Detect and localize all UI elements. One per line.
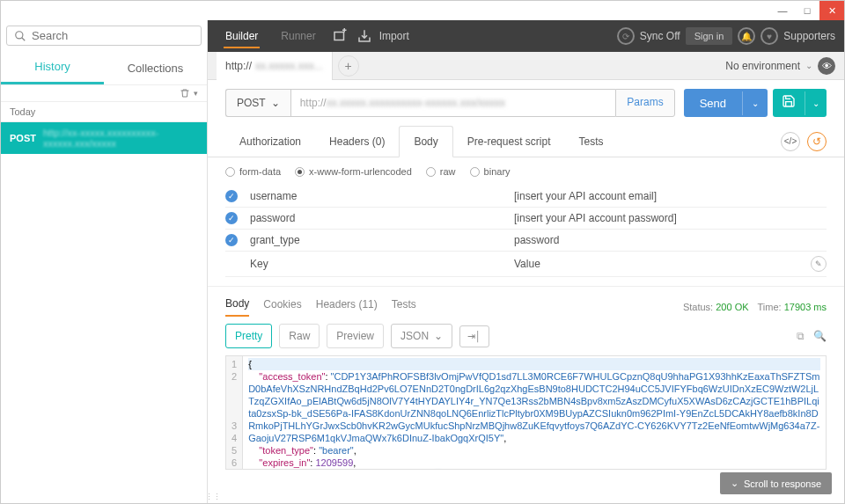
history-toolbar: ▾ [1,84,207,102]
svg-point-0 [16,31,23,38]
response-body[interactable]: 123456789 { "access_token": "CDP1Y3AfPhR… [225,355,827,470]
form-value-placeholder[interactable]: Value [514,258,811,270]
send-dropdown[interactable]: ⌄ [742,91,768,115]
view-pretty[interactable]: Pretty [225,324,272,348]
new-window-icon [332,28,348,44]
resize-grip[interactable]: ⋮⋮ [205,494,221,500]
params-button[interactable]: Params [615,89,674,117]
request-sub-tabs: Authorization Headers (0) Body Pre-reque… [208,126,844,157]
import-button[interactable] [355,26,374,46]
minimize-button[interactable]: — [770,1,795,20]
copy-icon[interactable]: ⧉ [797,330,805,342]
form-row-empty[interactable]: Key Value ✎ [225,252,827,277]
form-key[interactable]: grant_type [250,234,514,246]
response-status: Status: 200 OK Time: 17903 ms [683,302,827,312]
runner-tab[interactable]: Runner [272,20,324,52]
app-toolbar: Builder Runner Import ⟳ Sync Off Sign in… [208,20,844,52]
tab-authorization[interactable]: Authorization [225,127,315,157]
request-tab-prefix: http:// [225,60,252,72]
environment-label: No environment [725,60,800,72]
request-tab-rest: xx.xxxxx.xxx... [252,60,323,72]
form-value[interactable]: [insert your API account email] [514,190,827,202]
edit-icon[interactable]: ✎ [811,256,827,272]
tab-body[interactable]: Body [399,126,452,157]
search-input[interactable] [32,29,194,42]
signin-button[interactable]: Sign in [686,27,733,45]
radio-raw[interactable]: raw [426,166,456,177]
row-checkbox[interactable]: ✓ [225,212,238,224]
tab-tests[interactable]: Tests [564,127,617,157]
search-box[interactable] [6,26,202,46]
method-selector[interactable]: POST ⌄ [225,89,290,117]
form-value[interactable]: password [514,234,827,246]
history-url: http://xx-xxxxx.xxxxxxxxxx-xxxxxx.xxx/xx… [43,128,198,149]
svg-rect-2 [334,33,344,40]
format-selector[interactable]: JSON⌄ [391,324,452,348]
window-title-bar: — □ ✕ [1,1,844,20]
form-params: ✓ username [insert your API account emai… [208,186,844,277]
chevron-down-icon: ⌄ [434,330,443,342]
radio-urlencoded[interactable]: x-www-form-urlencoded [295,166,412,177]
send-label: Send [684,90,742,117]
save-button[interactable]: ⌄ [773,89,827,117]
form-row[interactable]: ✓ username [insert your API account emai… [225,186,827,208]
url-value: xx.xxxxx.xxxxxxxxxx-xxxxxx.xxx/xxxxx [327,97,505,109]
response-tabs: Body Cookies Headers (11) Tests Status: … [208,286,844,317]
form-row[interactable]: ✓ grant_type password [225,230,827,252]
search-response-icon[interactable]: 🔍 [813,330,827,342]
notifications-icon[interactable]: 🔔 [738,27,755,45]
heart-icon[interactable]: ♥ [760,27,778,45]
send-button[interactable]: Send ⌄ [684,89,768,117]
reset-button[interactable]: ↺ [807,132,827,151]
environment-selector[interactable]: No environment ⌄ 👁 [725,57,835,75]
sidebar: History Collections ▾ Today POST http://… [1,20,208,503]
row-checkbox[interactable] [225,258,238,270]
sync-icon[interactable]: ⟳ [617,27,635,45]
resp-tab-cookies[interactable]: Cookies [263,298,301,316]
import-icon [356,28,372,44]
method-label: POST [237,97,266,109]
form-key-placeholder[interactable]: Key [250,258,514,270]
search-icon [14,30,26,42]
view-raw[interactable]: Raw [279,324,320,348]
add-tab-button[interactable]: + [338,55,359,77]
chevron-down-icon: ⌄ [805,61,812,70]
eye-icon[interactable]: 👁 [818,57,835,75]
resp-tab-headers[interactable]: Headers (11) [316,298,378,316]
tab-prerequest[interactable]: Pre-request script [453,127,565,157]
history-date-label: Today [1,102,207,122]
view-preview[interactable]: Preview [327,324,384,348]
resp-tab-tests[interactable]: Tests [392,298,416,316]
tab-history[interactable]: History [1,51,104,84]
chevron-down-icon[interactable]: ▾ [194,89,198,98]
scroll-to-response-button[interactable]: ⌄ Scroll to response [720,472,832,494]
history-item[interactable]: POST http://xx-xxxxx.xxxxxxxxxx-xxxxxx.x… [1,122,207,154]
tab-collections[interactable]: Collections [104,51,207,84]
save-dropdown[interactable]: ⌄ [805,91,827,115]
maximize-button[interactable]: □ [795,1,819,20]
radio-formdata[interactable]: form-data [225,166,281,177]
form-key[interactable]: password [250,212,514,224]
save-icon [773,89,805,117]
sync-label: Sync Off [640,30,680,42]
body-type-options: form-data x-www-form-urlencoded raw bina… [208,157,844,186]
history-method: POST [10,133,36,143]
form-row[interactable]: ✓ password [insert your API account pass… [225,208,827,230]
new-window-button[interactable] [330,26,349,46]
resp-tab-body[interactable]: Body [225,297,249,317]
row-checkbox[interactable]: ✓ [225,234,238,246]
trash-icon[interactable] [180,88,190,99]
row-checkbox[interactable]: ✓ [225,190,238,202]
generate-code-button[interactable]: </> [781,132,800,151]
form-key[interactable]: username [250,190,514,202]
radio-binary[interactable]: binary [470,166,511,177]
form-value[interactable]: [insert your API account password] [514,212,827,224]
close-button[interactable]: ✕ [819,1,844,20]
svg-line-1 [22,37,26,40]
request-tab[interactable]: http://xx.xxxxx.xxx... [217,52,333,80]
url-input[interactable]: http://xx.xxxxx.xxxxxxxxxx-xxxxxx.xxx/xx… [290,89,616,117]
tab-headers[interactable]: Headers (0) [315,127,399,157]
builder-tab[interactable]: Builder [217,20,267,52]
code-content[interactable]: { "access_token": "CDP1Y3AfPhROFSBf3lvOm… [243,356,826,469]
wrap-button[interactable]: ⇥│ [459,325,489,347]
